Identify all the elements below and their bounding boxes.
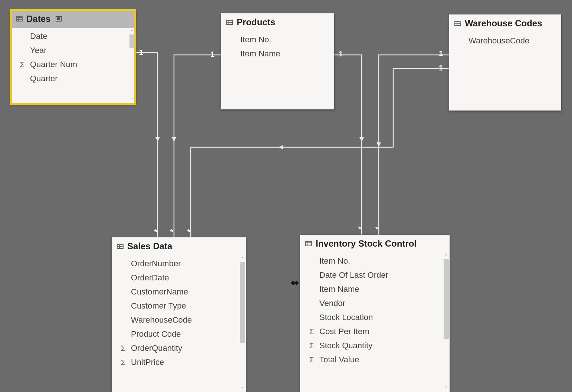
field-label: WarehouseCode — [469, 36, 529, 46]
table-header[interactable]: Dates — [11, 10, 135, 28]
field-row[interactable]: ΣStock Location — [300, 310, 450, 325]
table-sales[interactable]: Sales DataΣOrderNumberΣOrderDateΣCustome… — [112, 237, 246, 392]
field-row[interactable]: ΣDate Of Last Order — [300, 268, 450, 282]
field-label: OrderNumber — [131, 259, 181, 269]
field-list: ΣItem No.ΣDate Of Last OrderΣItem NameΣV… — [300, 253, 450, 368]
field-label: Item Name — [319, 284, 359, 294]
table-icon — [226, 20, 233, 25]
filter-direction-icon — [359, 137, 364, 142]
table-icon — [117, 244, 124, 249]
field-row[interactable]: ΣQuarter Num — [11, 57, 135, 72]
chevron-down-icon[interactable]: ˅ — [240, 386, 245, 392]
field-row[interactable]: ΣWarehouseCode — [449, 34, 561, 48]
field-row[interactable]: ΣItem Name — [221, 47, 334, 61]
field-label: Date Of Last Order — [319, 270, 388, 280]
sigma-icon: Σ — [308, 342, 316, 350]
table-header[interactable]: Products — [221, 13, 334, 31]
field-row[interactable]: ΣStock Quantity — [300, 339, 450, 353]
field-list: ΣOrderNumberΣOrderDateΣCustomerNameΣCust… — [112, 255, 246, 371]
field-row[interactable]: ΣWarehouseCode — [112, 313, 246, 327]
scroll-thumb[interactable] — [240, 262, 245, 343]
sigma-icon: Σ — [119, 358, 127, 367]
field-row[interactable]: ΣOrderQuantity — [112, 341, 246, 355]
field-label: Item Name — [240, 49, 280, 59]
field-label: Stock Quantity — [319, 341, 372, 350]
table-body: ΣOrderNumberΣOrderDateΣCustomerNameΣCust… — [112, 255, 246, 392]
table-title: Warehouse Codes — [465, 18, 542, 29]
restore-icon[interactable] — [56, 16, 62, 22]
model-canvas[interactable]: DatesΣDateΣYearΣQuarter NumΣQuarter˄˅Pro… — [0, 0, 572, 392]
field-label: Stock Location — [319, 313, 373, 322]
relationship-line[interactable] — [379, 55, 449, 235]
chevron-up-icon[interactable]: ˄ — [444, 254, 449, 259]
field-label: Vendor — [319, 299, 345, 308]
cardinality-one: 1 — [439, 64, 443, 72]
table-icon — [454, 21, 461, 26]
field-row[interactable]: ΣOrderDate — [112, 271, 246, 285]
filter-direction-icon — [279, 145, 283, 149]
chevron-down-icon[interactable]: ˅ — [444, 386, 449, 391]
chevron-up-icon[interactable]: ˄ — [129, 29, 135, 34]
field-row[interactable]: ΣOrderNumber — [112, 257, 246, 271]
field-label: UnitPrice — [131, 358, 164, 367]
chevron-down-icon[interactable]: ˅ — [129, 98, 135, 103]
field-list: ΣDateΣYearΣQuarter NumΣQuarter — [11, 28, 135, 87]
relationship-line[interactable] — [334, 55, 362, 235]
table-title: Dates — [26, 14, 50, 24]
field-label: Product Code — [131, 329, 181, 339]
table-title: Inventory Stock Control — [316, 238, 417, 249]
field-row[interactable]: ΣItem Name — [300, 282, 450, 296]
cardinality-many: * — [358, 225, 361, 234]
sigma-icon: Σ — [119, 344, 127, 353]
cardinality-one: 1 — [339, 50, 343, 58]
table-body: ΣItem No.ΣDate Of Last OrderΣItem NameΣV… — [300, 253, 450, 392]
field-row[interactable]: ΣItem No. — [300, 254, 450, 268]
relationship-line[interactable] — [174, 55, 221, 237]
field-row[interactable]: ΣDate — [11, 29, 135, 43]
field-label: Quarter — [30, 74, 58, 83]
scroll-thumb[interactable] — [129, 34, 135, 48]
field-row[interactable]: ΣCustomerName — [112, 285, 246, 299]
table-icon — [305, 241, 312, 246]
field-label: Quarter Num — [30, 60, 77, 69]
field-row[interactable]: ΣTotal Value — [300, 353, 450, 367]
field-row[interactable]: ΣItem No. — [221, 33, 334, 47]
filter-direction-icon — [377, 142, 381, 147]
table-inventory[interactable]: Inventory Stock ControlΣItem No.ΣDate Of… — [300, 235, 450, 392]
table-header[interactable]: Inventory Stock Control — [300, 235, 450, 253]
field-label: CustomerName — [131, 287, 188, 297]
field-row[interactable]: ΣQuarter — [11, 72, 135, 86]
sigma-icon: Σ — [308, 356, 316, 364]
field-label: Customer Type — [131, 301, 186, 311]
field-list: ΣWarehouseCode — [449, 32, 561, 49]
field-row[interactable]: ΣProduct Code — [112, 327, 246, 341]
field-row[interactable]: ΣCustomer Type — [112, 299, 246, 313]
field-label: Cost Per Item — [319, 327, 369, 336]
cardinality-many: * — [375, 225, 378, 234]
field-list: ΣItem No.ΣItem Name — [221, 31, 334, 62]
filter-direction-icon — [172, 137, 176, 142]
table-products[interactable]: ProductsΣItem No.ΣItem Name — [221, 13, 334, 109]
table-icon — [16, 16, 23, 22]
table-title: Products — [237, 17, 275, 27]
field-row[interactable]: ΣCost Per Item — [300, 325, 450, 339]
table-warehouse[interactable]: Warehouse CodesΣWarehouseCode — [449, 14, 561, 111]
field-row[interactable]: ΣUnitPrice — [112, 355, 246, 369]
scrollbar[interactable]: ˄˅ — [240, 257, 245, 392]
table-dates[interactable]: DatesΣDateΣYearΣQuarter NumΣQuarter˄˅ — [11, 10, 135, 104]
scrollbar[interactable]: ˄˅ — [129, 29, 135, 103]
scroll-thumb[interactable] — [444, 259, 449, 339]
chevron-up-icon[interactable]: ˄ — [240, 257, 245, 262]
field-label: Item No. — [319, 256, 350, 266]
field-row[interactable]: ΣVendor — [300, 296, 450, 310]
scrollbar[interactable]: ˄˅ — [444, 254, 449, 391]
table-header[interactable]: Sales Data — [112, 237, 246, 255]
field-label: Item No. — [240, 35, 271, 45]
relationship-line[interactable] — [135, 53, 158, 237]
resize-cursor-icon: ⇔ — [291, 277, 299, 289]
field-row[interactable]: ΣYear — [11, 43, 135, 57]
table-body: ΣWarehouseCode — [449, 32, 561, 111]
field-label: WarehouseCode — [131, 315, 192, 325]
field-label: Date — [30, 32, 47, 41]
table-header[interactable]: Warehouse Codes — [449, 14, 561, 32]
